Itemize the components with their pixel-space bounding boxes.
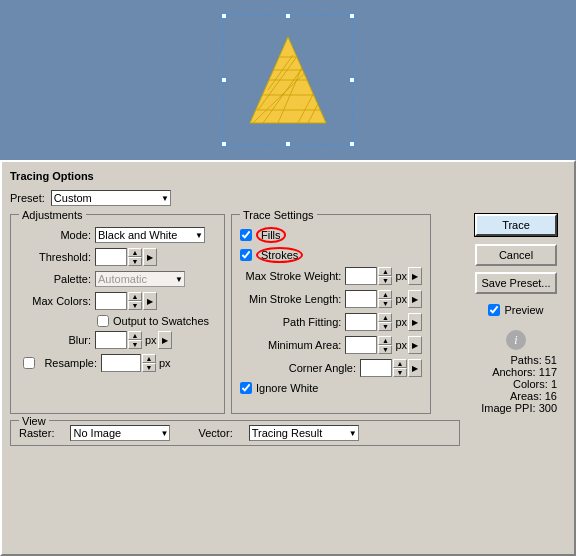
handle-ml[interactable]	[221, 77, 227, 83]
corner-angle-up[interactable]: ▲	[393, 359, 407, 368]
min-stroke-length-arrow[interactable]: ▶	[408, 290, 422, 308]
preview-row: Preview	[488, 304, 543, 316]
fills-label: Fills	[256, 227, 286, 243]
handle-bl[interactable]	[221, 141, 227, 147]
minimum-area-arrow[interactable]: ▶	[408, 336, 422, 354]
right-panel: Trace Cancel Save Preset... Preview i Pa…	[466, 214, 566, 446]
anchors-row: Anchors: 117	[471, 366, 561, 378]
handle-tc[interactable]	[285, 13, 291, 19]
preset-label: Preset:	[10, 192, 45, 204]
blur-input[interactable]: 0	[95, 331, 127, 349]
main-content: Adjustments Mode: Black and White Color …	[10, 214, 566, 446]
output-swatches-checkbox[interactable]	[97, 315, 109, 327]
min-stroke-length-down[interactable]: ▼	[378, 299, 392, 308]
preview-checkbox[interactable]	[488, 304, 500, 316]
resample-input[interactable]: 300	[101, 354, 141, 372]
trace-button[interactable]: Trace	[475, 214, 557, 236]
minimum-area-down[interactable]: ▼	[378, 345, 392, 354]
max-colors-input[interactable]: 6	[95, 292, 127, 310]
view-legend: View	[19, 415, 49, 427]
min-stroke-length-spinner: 20 ▲ ▼ px ▶	[345, 290, 422, 308]
handle-bc[interactable]	[285, 141, 291, 147]
handle-tl[interactable]	[221, 13, 227, 19]
path-fitting-input[interactable]: 1	[345, 313, 377, 331]
resample-row: Resample: 300 ▲ ▼ px	[19, 354, 216, 372]
corner-angle-down[interactable]: ▼	[393, 368, 407, 377]
max-stroke-weight-down[interactable]: ▼	[378, 276, 392, 285]
vector-select-wrapper[interactable]: Tracing Result Outlines ▼	[249, 425, 359, 441]
image-ppi-value: 300	[539, 402, 557, 414]
corner-angle-row: Corner Angle: 1 ▲ ▼ ▶	[240, 359, 422, 377]
threshold-up[interactable]: ▲	[128, 248, 142, 257]
fills-checkbox[interactable]	[240, 229, 252, 241]
save-preset-button[interactable]: Save Preset...	[475, 272, 557, 294]
max-stroke-weight-input[interactable]: 10	[345, 267, 377, 285]
max-colors-down[interactable]: ▼	[128, 301, 142, 310]
max-stroke-weight-arrow[interactable]: ▶	[408, 267, 422, 285]
info-icon: i	[506, 330, 526, 350]
raster-select-wrapper[interactable]: No Image Original Image ▼	[70, 425, 170, 441]
preset-select[interactable]: Custom	[51, 190, 171, 206]
handle-br[interactable]	[349, 141, 355, 147]
mode-select[interactable]: Black and White Color Grayscale	[95, 227, 205, 243]
anchors-value: 117	[539, 366, 557, 378]
min-stroke-length-input[interactable]: 20	[345, 290, 377, 308]
path-fitting-spinner: 1 ▲ ▼ px ▶	[345, 313, 422, 331]
threshold-down[interactable]: ▼	[128, 257, 142, 266]
paths-label: Paths:	[511, 354, 542, 366]
preview-label: Preview	[504, 304, 543, 316]
threshold-right-arrow[interactable]: ▶	[143, 248, 157, 266]
resample-up[interactable]: ▲	[142, 354, 156, 363]
cancel-button[interactable]: Cancel	[475, 244, 557, 266]
minimum-area-up[interactable]: ▲	[378, 336, 392, 345]
resample-unit: px	[159, 357, 171, 369]
vector-select[interactable]: Tracing Result Outlines	[249, 425, 359, 441]
minimum-area-spinner: 1 ▲ ▼ px ▶	[345, 336, 422, 354]
palette-select[interactable]: Automatic	[95, 271, 185, 287]
areas-value: 16	[545, 390, 557, 402]
mode-select-wrapper[interactable]: Black and White Color Grayscale ▼	[95, 227, 205, 243]
minimum-area-buttons: ▲ ▼	[378, 336, 392, 354]
resample-checkbox[interactable]	[23, 357, 35, 369]
handle-tr[interactable]	[349, 13, 355, 19]
path-fitting-row: Path Fitting: 1 ▲ ▼ px ▶	[240, 313, 422, 331]
left-panels: Adjustments Mode: Black and White Color …	[10, 214, 460, 446]
image-ppi-label: Image PPI:	[481, 402, 535, 414]
max-stroke-weight-up[interactable]: ▲	[378, 267, 392, 276]
blur-right-arrow[interactable]: ▶	[158, 331, 172, 349]
view-section: View Raster: No Image Original Image ▼ V…	[10, 420, 460, 446]
raster-select[interactable]: No Image Original Image	[70, 425, 170, 441]
output-swatches-label: Output to Swatches	[113, 315, 209, 327]
strokes-checkbox[interactable]	[240, 249, 252, 261]
max-stroke-weight-spinner: 10 ▲ ▼ px ▶	[345, 267, 422, 285]
ignore-white-checkbox[interactable]	[240, 382, 252, 394]
corner-angle-arrow[interactable]: ▶	[408, 359, 422, 377]
blur-row: Blur: 0 ▲ ▼ px ▶	[19, 331, 216, 349]
paths-row: Paths: 51	[471, 354, 561, 366]
corner-angle-input[interactable]: 1	[360, 359, 392, 377]
max-colors-row: Max Colors: 6 ▲ ▼ ▶	[19, 292, 216, 310]
resample-down[interactable]: ▼	[142, 363, 156, 372]
trace-settings-section: Trace Settings Fills Strokes Max Stroke …	[231, 214, 431, 414]
path-fitting-buttons: ▲ ▼	[378, 313, 392, 331]
blur-down[interactable]: ▼	[128, 340, 142, 349]
max-colors-right-arrow[interactable]: ▶	[143, 292, 157, 310]
path-fitting-down[interactable]: ▼	[378, 322, 392, 331]
handle-mr[interactable]	[349, 77, 355, 83]
blur-up[interactable]: ▲	[128, 331, 142, 340]
minimum-area-input[interactable]: 1	[345, 336, 377, 354]
colors-value: 1	[551, 378, 557, 390]
threshold-input[interactable]: 128	[95, 248, 127, 266]
minimum-area-row: Minimum Area: 1 ▲ ▼ px ▶	[240, 336, 422, 354]
blur-label: Blur:	[19, 334, 91, 346]
path-fitting-arrow[interactable]: ▶	[408, 313, 422, 331]
max-stroke-weight-unit: px	[395, 270, 407, 282]
preset-select-wrapper[interactable]: Custom ▼	[51, 190, 171, 206]
palette-select-wrapper[interactable]: Automatic ▼	[95, 271, 185, 287]
max-colors-up[interactable]: ▲	[128, 292, 142, 301]
threshold-label: Threshold:	[19, 251, 91, 263]
ignore-white-label: Ignore White	[256, 382, 318, 394]
anchors-label: Anchors:	[492, 366, 535, 378]
min-stroke-length-up[interactable]: ▲	[378, 290, 392, 299]
path-fitting-up[interactable]: ▲	[378, 313, 392, 322]
